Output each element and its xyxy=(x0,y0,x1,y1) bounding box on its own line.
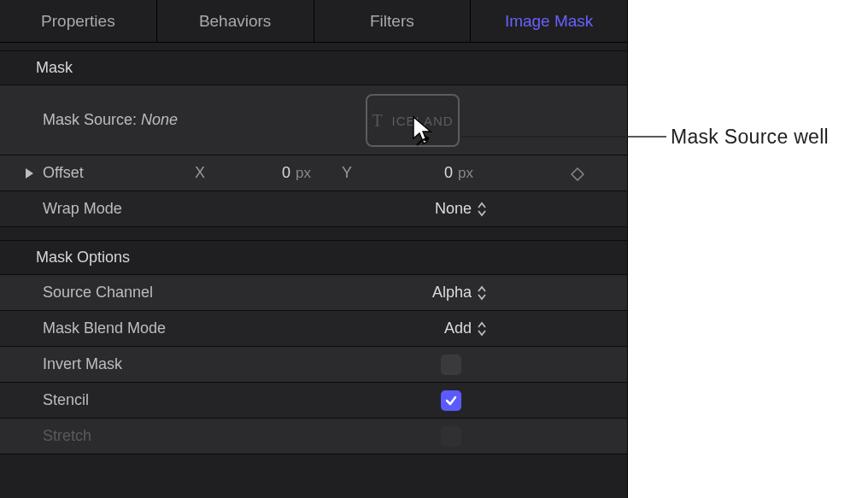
offset-y-axis-label: Y xyxy=(342,164,352,182)
row-offset: Offset X 0px Y 0px xyxy=(0,155,627,191)
row-source-channel: Source Channel Alpha xyxy=(0,275,627,311)
offset-label: Offset xyxy=(43,164,84,182)
offset-x-value[interactable]: 0px xyxy=(282,164,311,182)
row-wrap-mode: Wrap Mode None xyxy=(0,191,627,227)
mask-blend-mode-label: Mask Blend Mode xyxy=(43,319,166,337)
tab-properties[interactable]: Properties xyxy=(0,0,157,42)
inspector-panel: Properties Behaviors Filters Image Mask … xyxy=(0,0,628,498)
disclosure-triangle-icon[interactable] xyxy=(24,167,34,179)
tab-behaviors[interactable]: Behaviors xyxy=(157,0,314,42)
mask-blend-mode-popup[interactable]: Add xyxy=(444,319,487,337)
offset-x-axis-label: X xyxy=(195,164,205,182)
stretch-label: Stretch xyxy=(43,427,91,445)
stretch-checkbox xyxy=(441,426,461,447)
wrap-mode-label: Wrap Mode xyxy=(43,200,122,218)
stencil-label: Stencil xyxy=(43,391,89,409)
row-mask-blend-mode: Mask Blend Mode Add xyxy=(0,311,627,347)
row-stretch: Stretch xyxy=(0,419,627,454)
well-content-label: ICELAND xyxy=(392,114,454,128)
mask-source-label: Mask Source: None xyxy=(43,111,178,129)
text-layer-icon: T xyxy=(372,111,383,131)
offset-y-value[interactable]: 0px xyxy=(444,164,473,182)
checkmark-icon xyxy=(444,394,458,407)
mask-source-row: Mask Source: None T ICELAND xyxy=(0,85,627,155)
source-channel-label: Source Channel xyxy=(43,284,153,302)
source-channel-popup[interactable]: Alpha xyxy=(432,284,487,302)
invert-mask-label: Invert Mask xyxy=(43,355,122,373)
popup-arrows-icon xyxy=(477,202,487,217)
row-stencil: Stencil xyxy=(0,383,627,419)
callout-leader-line xyxy=(461,135,666,138)
row-invert-mask: Invert Mask xyxy=(0,347,627,383)
popup-arrows-icon xyxy=(477,285,487,301)
invert-mask-checkbox[interactable] xyxy=(441,354,461,375)
wrap-mode-popup[interactable]: None xyxy=(435,200,487,218)
callout-area: Mask Source well xyxy=(628,0,868,498)
tab-image-mask[interactable]: Image Mask xyxy=(471,0,627,42)
popup-arrows-icon xyxy=(477,321,487,337)
section-mask: Mask xyxy=(0,51,627,85)
mask-source-well[interactable]: T ICELAND xyxy=(366,94,460,147)
tab-filters[interactable]: Filters xyxy=(314,0,472,42)
stencil-checkbox[interactable] xyxy=(441,390,461,411)
tabs-bar: Properties Behaviors Filters Image Mask xyxy=(0,0,627,43)
callout-label: Mask Source well xyxy=(671,126,829,149)
section-mask-options: Mask Options xyxy=(0,241,627,275)
keyframe-icon[interactable] xyxy=(571,167,584,181)
